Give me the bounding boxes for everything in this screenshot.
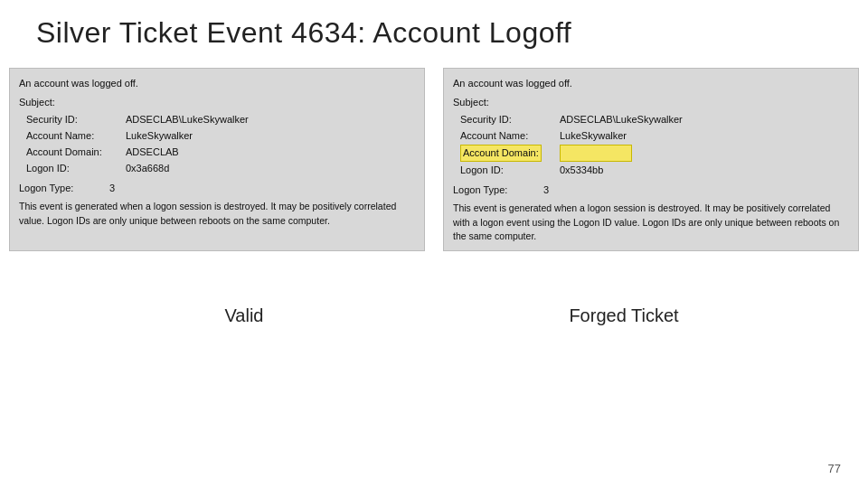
valid-subject-label: Subject: bbox=[19, 95, 415, 110]
table-row: Account Domain: bbox=[460, 145, 686, 163]
logon-type-label: Logon Type: bbox=[453, 184, 507, 195]
table-row: Security ID: ADSECLAB\LukeSkywalker bbox=[26, 112, 252, 128]
logon-type-label: Logon Type: bbox=[19, 183, 73, 193]
field-label: Logon ID: bbox=[26, 161, 126, 177]
table-row: Logon ID: 0x5334bb bbox=[460, 163, 686, 179]
field-label: Account Name: bbox=[26, 128, 126, 145]
valid-footer: This event is generated when a logon ses… bbox=[19, 200, 415, 227]
highlighted-label: Account Domain: bbox=[460, 145, 542, 162]
table-row: Security ID: ADSECLAB\LukeSkywalker bbox=[460, 112, 686, 128]
field-label: Security ID: bbox=[460, 112, 560, 128]
field-value: ADSECLAB bbox=[126, 145, 252, 161]
valid-label: Valid bbox=[54, 305, 434, 326]
field-label: Account Domain: bbox=[460, 145, 560, 163]
valid-event-panel: An account was logged off. Subject: Secu… bbox=[9, 68, 425, 251]
valid-logon-type: Logon Type: 3 bbox=[19, 181, 415, 196]
content-area: An account was logged off. Subject: Secu… bbox=[0, 59, 868, 251]
forged-logon-type: Logon Type: 3 bbox=[453, 183, 849, 198]
field-label: Logon ID: bbox=[460, 163, 560, 179]
panel-labels: Valid Forged Ticket bbox=[0, 269, 868, 326]
highlighted-value bbox=[560, 145, 632, 162]
page-title: Silver Ticket Event 4634: Account Logoff bbox=[0, 0, 868, 59]
logon-type-value: 3 bbox=[543, 184, 549, 195]
forged-label: Forged Ticket bbox=[434, 305, 814, 326]
field-value: ADSECLAB\LukeSkywalker bbox=[560, 112, 686, 128]
field-value: ADSECLAB\LukeSkywalker bbox=[126, 112, 252, 128]
table-row: Account Name: LukeSkywalker bbox=[26, 128, 252, 145]
forged-event-panel: An account was logged off. Subject: Secu… bbox=[443, 68, 859, 251]
field-value bbox=[560, 145, 686, 163]
field-value: LukeSkywalker bbox=[560, 128, 686, 145]
field-value: LukeSkywalker bbox=[126, 128, 252, 145]
field-label: Security ID: bbox=[26, 112, 126, 128]
forged-fields-table: Security ID: ADSECLAB\LukeSkywalker Acco… bbox=[460, 112, 686, 179]
forged-intro: An account was logged off. bbox=[453, 76, 849, 91]
field-label: Account Name: bbox=[460, 128, 560, 145]
field-value: 0x5334bb bbox=[560, 163, 686, 179]
forged-footer: This event is generated when a logon ses… bbox=[453, 202, 849, 243]
table-row: Account Name: LukeSkywalker bbox=[460, 128, 686, 145]
page-number: 77 bbox=[828, 462, 841, 475]
table-row: Account Domain: ADSECLAB bbox=[26, 145, 252, 161]
logon-type-value: 3 bbox=[109, 183, 115, 193]
field-value: 0x3a668d bbox=[126, 161, 252, 177]
table-row: Logon ID: 0x3a668d bbox=[26, 161, 252, 177]
forged-subject-label: Subject: bbox=[453, 95, 849, 110]
valid-intro: An account was logged off. bbox=[19, 76, 415, 91]
valid-fields-table: Security ID: ADSECLAB\LukeSkywalker Acco… bbox=[26, 112, 252, 177]
field-label: Account Domain: bbox=[26, 145, 126, 161]
